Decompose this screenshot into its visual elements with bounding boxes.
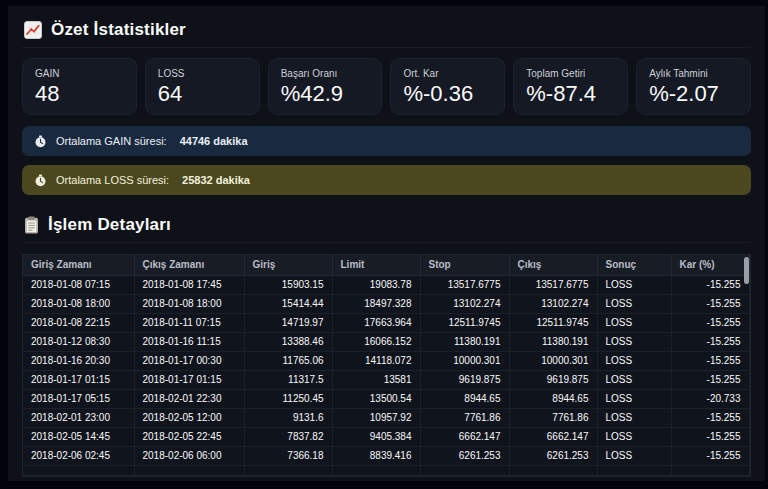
table-cell-empty — [671, 465, 749, 475]
table-cell-empty — [420, 465, 509, 475]
details-section-header: İşlem Detayları — [22, 209, 751, 243]
table-cell: 9619.875 — [420, 370, 509, 389]
table-cell: 14118.072 — [332, 351, 420, 370]
stat-card-value: 64 — [158, 82, 247, 105]
table-cell: 13517.6775 — [420, 275, 509, 294]
table-cell: 19083.78 — [332, 275, 420, 294]
clipboard-icon — [24, 216, 39, 234]
table-cell-empty — [23, 465, 134, 475]
stat-card-label: Toplam Getiri — [526, 68, 615, 79]
table-cell: LOSS — [597, 408, 671, 427]
table-cell: 7761.86 — [509, 408, 597, 427]
trades-table: Giriş ZamanıÇıkış ZamanıGirişLimitStopÇı… — [22, 254, 751, 477]
table-cell: 13388.46 — [244, 332, 332, 351]
table-cell: 13581 — [332, 370, 420, 389]
trades-table-head: Giriş ZamanıÇıkış ZamanıGirişLimitStopÇı… — [23, 255, 749, 275]
summary-section-header: Özet İstatistikler — [22, 14, 751, 48]
column-header[interactable]: Çıkış Zamanı — [134, 255, 244, 275]
summary-title: Özet İstatistikler — [51, 20, 186, 40]
table-cell: 7366.18 — [244, 446, 332, 465]
table-cell: 9131.6 — [244, 408, 332, 427]
table-row: 2018-01-17 01:152018-01-17 01:1511317.51… — [23, 370, 749, 389]
stat-card-ort-kar: Ort. Kar%-0.36 — [390, 58, 505, 115]
details-title: İşlem Detayları — [48, 215, 171, 235]
table-header-row: Giriş ZamanıÇıkış ZamanıGirişLimitStopÇı… — [23, 255, 749, 275]
gain-duration-label: Ortalama GAIN süresi: — [56, 135, 167, 147]
table-row: 2018-02-05 14:452018-02-05 22:457837.829… — [23, 427, 749, 446]
table-cell: 14719.97 — [244, 313, 332, 332]
column-header[interactable]: Limit — [332, 255, 420, 275]
table-cell: 9405.384 — [332, 427, 420, 446]
table-cell: 2018-01-17 00:30 — [134, 351, 244, 370]
table-empty-row — [23, 465, 749, 475]
table-cell: 17663.964 — [332, 313, 420, 332]
loss-duration-label: Ortalama LOSS süresi: — [56, 174, 169, 186]
table-cell: 15414.44 — [244, 294, 332, 313]
table-cell: 2018-01-12 08:30 — [23, 332, 134, 351]
table-cell: 10000.301 — [420, 351, 509, 370]
table-cell: 13500.54 — [332, 389, 420, 408]
stat-card-ba-ar-oran-: Başarı Oranı%42.9 — [268, 58, 383, 115]
table-row: 2018-01-12 08:302018-01-16 11:1513388.46… — [23, 332, 749, 351]
table-cell: LOSS — [597, 294, 671, 313]
table-cell: 2018-02-05 14:45 — [23, 427, 134, 446]
table-cell: 11250.45 — [244, 389, 332, 408]
stat-card-gain: GAIN48 — [22, 58, 137, 115]
table-cell-empty — [244, 465, 332, 475]
stat-card-label: Başarı Oranı — [281, 68, 370, 79]
column-header[interactable]: Giriş Zamanı — [23, 255, 134, 275]
table-cell: 8839.416 — [332, 446, 420, 465]
table-cell: 6261.253 — [420, 446, 509, 465]
table-cell: 2018-01-11 07:15 — [134, 313, 244, 332]
table-cell: 7761.86 — [420, 408, 509, 427]
table-cell: 6261.253 — [509, 446, 597, 465]
table-cell: 13517.6775 — [509, 275, 597, 294]
table-cell: -15.255 — [671, 408, 749, 427]
table-cell: 2018-02-06 06:00 — [134, 446, 244, 465]
table-cell: -15.255 — [671, 332, 749, 351]
stat-card-value: %-2.07 — [649, 82, 738, 105]
stat-card-loss: LOSS64 — [145, 58, 260, 115]
table-cell: 2018-02-05 22:45 — [134, 427, 244, 446]
table-cell: 11380.191 — [509, 332, 597, 351]
stat-card-toplam-getiri: Toplam Getiri%-87.4 — [513, 58, 628, 115]
table-cell: -15.255 — [671, 275, 749, 294]
gain-duration-bar: Ortalama GAIN süresi: 44746 dakika — [22, 126, 751, 156]
table-cell: LOSS — [597, 370, 671, 389]
table-cell: 11765.06 — [244, 351, 332, 370]
table-row: 2018-01-08 22:152018-01-11 07:1514719.97… — [23, 313, 749, 332]
column-header[interactable]: Sonuç — [597, 255, 671, 275]
table-cell: 2018-02-01 23:00 — [23, 408, 134, 427]
stat-card-value: 48 — [35, 82, 124, 105]
table-cell-empty — [509, 465, 597, 475]
stat-card-value: %-0.36 — [403, 82, 492, 105]
table-cell: 18497.328 — [332, 294, 420, 313]
table-cell: 2018-01-17 05:15 — [23, 389, 134, 408]
stat-card-ayl-k-tahmini: Aylık Tahmini%-2.07 — [636, 58, 751, 115]
table-cell: -15.255 — [671, 294, 749, 313]
column-header[interactable]: Giriş — [244, 255, 332, 275]
table-cell: 8944.65 — [509, 389, 597, 408]
table-cell: 2018-01-08 17:45 — [134, 275, 244, 294]
chart-icon — [24, 21, 42, 39]
column-header[interactable]: Kar (%) — [671, 255, 749, 275]
table-cell: 12511.9745 — [420, 313, 509, 332]
table-scrollbar[interactable] — [744, 257, 749, 284]
column-header[interactable]: Çıkış — [509, 255, 597, 275]
table-cell: -15.255 — [671, 427, 749, 446]
stat-card-label: GAIN — [35, 68, 124, 79]
table-cell: 2018-01-08 07:15 — [23, 275, 134, 294]
table-cell: 11380.191 — [420, 332, 509, 351]
table-cell: 2018-02-06 02:45 — [23, 446, 134, 465]
loss-duration-value: 25832 dakika — [182, 174, 250, 186]
table-cell: 2018-01-16 20:30 — [23, 351, 134, 370]
column-header[interactable]: Stop — [420, 255, 509, 275]
table-row: 2018-01-17 05:152018-02-01 22:3011250.45… — [23, 389, 749, 408]
table-row: 2018-02-06 02:452018-02-06 06:007366.188… — [23, 446, 749, 465]
table-cell: 2018-01-08 18:00 — [23, 294, 134, 313]
loss-duration-bar: Ortalama LOSS süresi: 25832 dakika — [22, 165, 751, 195]
table-cell: LOSS — [597, 275, 671, 294]
table-cell: LOSS — [597, 313, 671, 332]
table-cell-empty — [134, 465, 244, 475]
table-cell: 12511.9745 — [509, 313, 597, 332]
